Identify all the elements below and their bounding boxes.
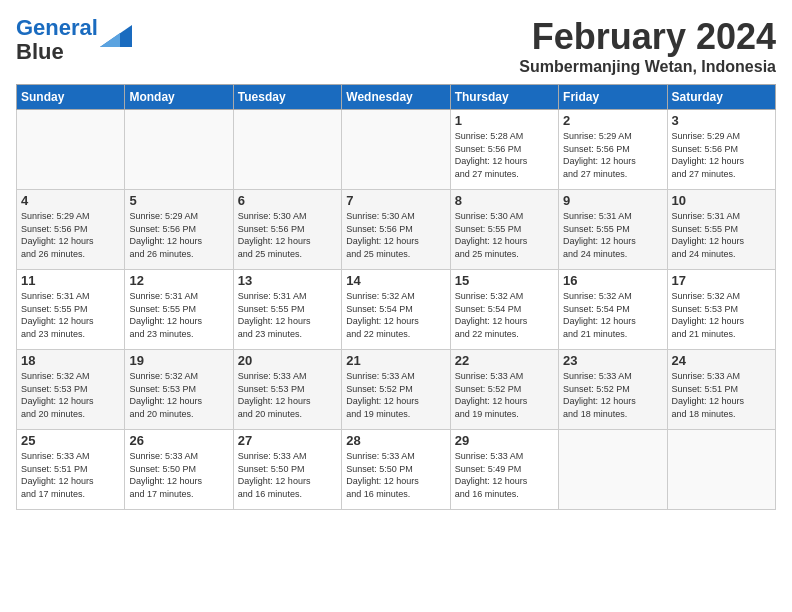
day-number: 10: [672, 193, 771, 208]
calendar-cell: 28Sunrise: 5:33 AMSunset: 5:50 PMDayligh…: [342, 430, 450, 510]
cell-info: Sunrise: 5:32 AMSunset: 5:53 PMDaylight:…: [21, 370, 120, 420]
day-number: 8: [455, 193, 554, 208]
svg-marker-1: [100, 33, 120, 47]
day-number: 11: [21, 273, 120, 288]
cell-info: Sunrise: 5:33 AMSunset: 5:52 PMDaylight:…: [563, 370, 662, 420]
cell-info: Sunrise: 5:30 AMSunset: 5:56 PMDaylight:…: [238, 210, 337, 260]
calendar-cell: 15Sunrise: 5:32 AMSunset: 5:54 PMDayligh…: [450, 270, 558, 350]
calendar-cell: [17, 110, 125, 190]
logo-icon: [100, 25, 132, 47]
calendar-cell: 26Sunrise: 5:33 AMSunset: 5:50 PMDayligh…: [125, 430, 233, 510]
cell-info: Sunrise: 5:33 AMSunset: 5:51 PMDaylight:…: [672, 370, 771, 420]
day-number: 29: [455, 433, 554, 448]
calendar-cell: [342, 110, 450, 190]
calendar-cell: 23Sunrise: 5:33 AMSunset: 5:52 PMDayligh…: [559, 350, 667, 430]
day-header-thursday: Thursday: [450, 85, 558, 110]
calendar-cell: 27Sunrise: 5:33 AMSunset: 5:50 PMDayligh…: [233, 430, 341, 510]
day-number: 25: [21, 433, 120, 448]
calendar-cell: 5Sunrise: 5:29 AMSunset: 5:56 PMDaylight…: [125, 190, 233, 270]
calendar-cell: [233, 110, 341, 190]
cell-info: Sunrise: 5:31 AMSunset: 5:55 PMDaylight:…: [672, 210, 771, 260]
calendar-cell: 24Sunrise: 5:33 AMSunset: 5:51 PMDayligh…: [667, 350, 775, 430]
logo: GeneralBlue: [16, 16, 132, 64]
day-header-sunday: Sunday: [17, 85, 125, 110]
cell-info: Sunrise: 5:32 AMSunset: 5:54 PMDaylight:…: [455, 290, 554, 340]
cell-info: Sunrise: 5:29 AMSunset: 5:56 PMDaylight:…: [129, 210, 228, 260]
location-title: Sumbermanjing Wetan, Indonesia: [519, 58, 776, 76]
calendar-cell: 21Sunrise: 5:33 AMSunset: 5:52 PMDayligh…: [342, 350, 450, 430]
calendar-cell: 18Sunrise: 5:32 AMSunset: 5:53 PMDayligh…: [17, 350, 125, 430]
day-number: 7: [346, 193, 445, 208]
day-number: 26: [129, 433, 228, 448]
day-number: 16: [563, 273, 662, 288]
calendar-cell: 3Sunrise: 5:29 AMSunset: 5:56 PMDaylight…: [667, 110, 775, 190]
day-number: 2: [563, 113, 662, 128]
cell-info: Sunrise: 5:33 AMSunset: 5:53 PMDaylight:…: [238, 370, 337, 420]
day-number: 23: [563, 353, 662, 368]
calendar-cell: 19Sunrise: 5:32 AMSunset: 5:53 PMDayligh…: [125, 350, 233, 430]
calendar-cell: 10Sunrise: 5:31 AMSunset: 5:55 PMDayligh…: [667, 190, 775, 270]
cell-info: Sunrise: 5:32 AMSunset: 5:54 PMDaylight:…: [346, 290, 445, 340]
day-number: 13: [238, 273, 337, 288]
day-number: 24: [672, 353, 771, 368]
calendar-cell: [559, 430, 667, 510]
day-header-friday: Friday: [559, 85, 667, 110]
day-header-saturday: Saturday: [667, 85, 775, 110]
day-number: 6: [238, 193, 337, 208]
cell-info: Sunrise: 5:33 AMSunset: 5:51 PMDaylight:…: [21, 450, 120, 500]
cell-info: Sunrise: 5:30 AMSunset: 5:56 PMDaylight:…: [346, 210, 445, 260]
day-number: 19: [129, 353, 228, 368]
cell-info: Sunrise: 5:29 AMSunset: 5:56 PMDaylight:…: [672, 130, 771, 180]
calendar-cell: 22Sunrise: 5:33 AMSunset: 5:52 PMDayligh…: [450, 350, 558, 430]
calendar-cell: [667, 430, 775, 510]
cell-info: Sunrise: 5:31 AMSunset: 5:55 PMDaylight:…: [21, 290, 120, 340]
day-number: 28: [346, 433, 445, 448]
cell-info: Sunrise: 5:33 AMSunset: 5:52 PMDaylight:…: [346, 370, 445, 420]
calendar-cell: 17Sunrise: 5:32 AMSunset: 5:53 PMDayligh…: [667, 270, 775, 350]
calendar-cell: 12Sunrise: 5:31 AMSunset: 5:55 PMDayligh…: [125, 270, 233, 350]
calendar-cell: 16Sunrise: 5:32 AMSunset: 5:54 PMDayligh…: [559, 270, 667, 350]
day-header-monday: Monday: [125, 85, 233, 110]
calendar-cell: 2Sunrise: 5:29 AMSunset: 5:56 PMDaylight…: [559, 110, 667, 190]
cell-info: Sunrise: 5:31 AMSunset: 5:55 PMDaylight:…: [563, 210, 662, 260]
cell-info: Sunrise: 5:30 AMSunset: 5:55 PMDaylight:…: [455, 210, 554, 260]
cell-info: Sunrise: 5:29 AMSunset: 5:56 PMDaylight:…: [563, 130, 662, 180]
day-number: 9: [563, 193, 662, 208]
day-number: 5: [129, 193, 228, 208]
calendar-cell: 14Sunrise: 5:32 AMSunset: 5:54 PMDayligh…: [342, 270, 450, 350]
day-number: 12: [129, 273, 228, 288]
day-number: 27: [238, 433, 337, 448]
day-number: 22: [455, 353, 554, 368]
day-number: 18: [21, 353, 120, 368]
calendar-cell: 7Sunrise: 5:30 AMSunset: 5:56 PMDaylight…: [342, 190, 450, 270]
calendar-cell: 6Sunrise: 5:30 AMSunset: 5:56 PMDaylight…: [233, 190, 341, 270]
cell-info: Sunrise: 5:32 AMSunset: 5:53 PMDaylight:…: [129, 370, 228, 420]
cell-info: Sunrise: 5:31 AMSunset: 5:55 PMDaylight:…: [238, 290, 337, 340]
cell-info: Sunrise: 5:33 AMSunset: 5:52 PMDaylight:…: [455, 370, 554, 420]
cell-info: Sunrise: 5:32 AMSunset: 5:54 PMDaylight:…: [563, 290, 662, 340]
calendar-cell: 11Sunrise: 5:31 AMSunset: 5:55 PMDayligh…: [17, 270, 125, 350]
day-number: 15: [455, 273, 554, 288]
cell-info: Sunrise: 5:28 AMSunset: 5:56 PMDaylight:…: [455, 130, 554, 180]
cell-info: Sunrise: 5:33 AMSunset: 5:50 PMDaylight:…: [129, 450, 228, 500]
day-header-wednesday: Wednesday: [342, 85, 450, 110]
day-number: 3: [672, 113, 771, 128]
calendar-table: SundayMondayTuesdayWednesdayThursdayFrid…: [16, 84, 776, 510]
day-number: 4: [21, 193, 120, 208]
day-number: 21: [346, 353, 445, 368]
calendar-cell: 4Sunrise: 5:29 AMSunset: 5:56 PMDaylight…: [17, 190, 125, 270]
cell-info: Sunrise: 5:31 AMSunset: 5:55 PMDaylight:…: [129, 290, 228, 340]
cell-info: Sunrise: 5:33 AMSunset: 5:50 PMDaylight:…: [346, 450, 445, 500]
cell-info: Sunrise: 5:33 AMSunset: 5:50 PMDaylight:…: [238, 450, 337, 500]
cell-info: Sunrise: 5:32 AMSunset: 5:53 PMDaylight:…: [672, 290, 771, 340]
calendar-cell: [125, 110, 233, 190]
day-header-tuesday: Tuesday: [233, 85, 341, 110]
cell-info: Sunrise: 5:33 AMSunset: 5:49 PMDaylight:…: [455, 450, 554, 500]
month-title: February 2024: [519, 16, 776, 58]
title-block: February 2024 Sumbermanjing Wetan, Indon…: [519, 16, 776, 76]
day-number: 20: [238, 353, 337, 368]
calendar-cell: 8Sunrise: 5:30 AMSunset: 5:55 PMDaylight…: [450, 190, 558, 270]
day-number: 17: [672, 273, 771, 288]
calendar-cell: 25Sunrise: 5:33 AMSunset: 5:51 PMDayligh…: [17, 430, 125, 510]
day-number: 14: [346, 273, 445, 288]
